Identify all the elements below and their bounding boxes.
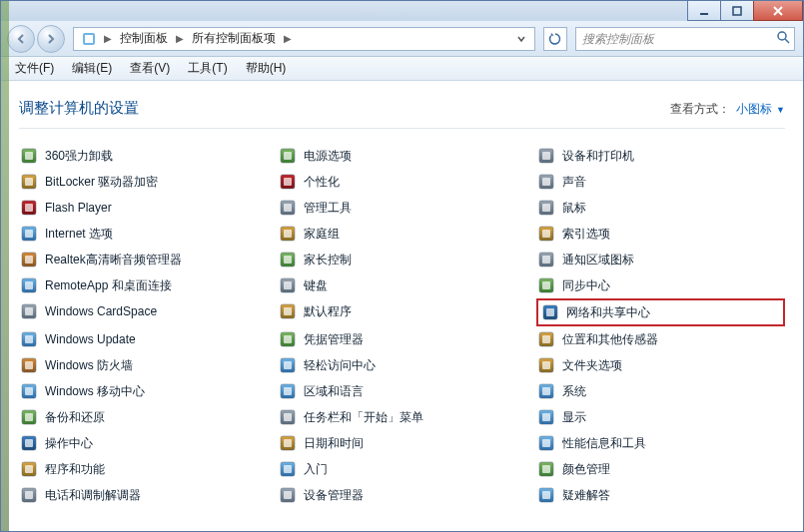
cpl-item-sync[interactable]: 同步中心 <box>536 272 785 298</box>
cpl-item-homegroup[interactable]: 家庭组 <box>278 221 526 247</box>
admin-icon <box>280 200 296 216</box>
breadcrumb-seg-all-items[interactable]: 所有控制面板项 <box>188 30 280 47</box>
cpl-item-label: 凭据管理器 <box>304 331 364 348</box>
breadcrumb-root[interactable] <box>78 32 100 46</box>
cpl-item-perf[interactable]: 性能信息和工具 <box>536 430 785 456</box>
svg-rect-87 <box>284 491 292 499</box>
cpl-item-remote[interactable]: RemoteApp 和桌面连接 <box>19 272 268 298</box>
cpl-item-power[interactable]: 电源选项 <box>278 143 526 169</box>
cpl-item-parental[interactable]: 家长控制 <box>278 247 526 272</box>
cpl-item-programs[interactable]: 程序和功能 <box>19 456 268 482</box>
cpl-item-taskbar[interactable]: 任务栏和「开始」菜单 <box>278 404 526 430</box>
cpl-item-label: 键盘 <box>304 277 328 294</box>
control-panel-window: ▶ 控制面板 ▶ 所有控制面板项 ▶ 文件(F) 编辑(E) 查看(V) 工具(… <box>0 0 804 532</box>
svg-rect-85 <box>25 491 33 499</box>
view-by-dropdown[interactable]: 小图标 ▼ <box>736 101 785 118</box>
maximize-icon <box>732 6 742 16</box>
cpl-item-firewall[interactable]: Windows 防火墙 <box>19 352 268 378</box>
search-input[interactable] <box>580 31 776 47</box>
cpl-item-cred[interactable]: 凭据管理器 <box>278 326 526 352</box>
cpl-item-flag[interactable]: 操作中心 <box>19 430 268 456</box>
header-row: 调整计算机的设置 查看方式： 小图标 ▼ <box>19 99 785 129</box>
menu-help[interactable]: 帮助(H) <box>238 57 295 80</box>
parental-icon <box>280 252 296 267</box>
cpl-item-devmgr[interactable]: 设备管理器 <box>278 482 526 508</box>
cpl-item-personal[interactable]: 个性化 <box>278 169 526 195</box>
cpl-item-label: 电源选项 <box>304 148 352 165</box>
cpl-item-index[interactable]: 索引选项 <box>536 221 785 247</box>
cpl-item-mouse[interactable]: 鼠标 <box>536 195 785 221</box>
menu-edit[interactable]: 编辑(E) <box>64 57 120 80</box>
titlebar <box>1 1 803 21</box>
cpl-item-mobility[interactable]: Windows 移动中心 <box>19 378 268 404</box>
search-icon[interactable] <box>776 30 790 47</box>
cpl-item-label: 显示 <box>562 409 586 426</box>
svg-rect-25 <box>25 230 33 238</box>
cpl-item-clock[interactable]: 日期和时间 <box>278 430 526 456</box>
mouse-icon <box>538 200 554 216</box>
chevron-down-icon: ▼ <box>776 105 785 115</box>
cpl-item-getting[interactable]: 入门 <box>278 456 526 482</box>
cpl-item-label: 通知区域图标 <box>562 252 634 268</box>
cpl-item-flash[interactable]: Flash Player <box>19 195 268 221</box>
cpl-item-network[interactable]: 网络和共享中心 <box>536 298 785 326</box>
cpl-item-region[interactable]: 区域和语言 <box>278 378 526 404</box>
maximize-button[interactable] <box>720 1 754 21</box>
flash-icon <box>21 200 37 216</box>
cpl-item-label: 设备和打印机 <box>562 148 634 165</box>
color-icon <box>538 461 554 477</box>
cpl-item-uninstall[interactable]: 360强力卸载 <box>19 143 268 169</box>
cpl-item-card[interactable]: Windows CardSpace <box>19 298 268 324</box>
cred-icon <box>280 331 296 347</box>
cpl-item-default[interactable]: 默认程序 <box>278 298 526 324</box>
back-arrow-icon <box>15 33 27 45</box>
svg-rect-83 <box>542 465 550 473</box>
cpl-item-label: 管理工具 <box>304 200 352 217</box>
forward-button[interactable] <box>37 25 65 53</box>
cpl-item-display[interactable]: 显示 <box>536 404 785 430</box>
cpl-item-label: 程序和功能 <box>45 461 105 478</box>
refresh-button[interactable] <box>543 27 567 51</box>
cpl-item-audio[interactable]: Realtek高清晰音频管理器 <box>19 247 268 272</box>
cpl-item-phone[interactable]: 电话和调制解调器 <box>19 482 268 508</box>
search-box[interactable] <box>575 27 795 51</box>
close-button[interactable] <box>753 1 803 21</box>
minimize-button[interactable] <box>687 1 721 21</box>
audio-icon <box>21 252 37 267</box>
cpl-item-printer[interactable]: 设备和打印机 <box>536 143 785 169</box>
svg-rect-13 <box>25 178 33 186</box>
cpl-item-admin[interactable]: 管理工具 <box>278 195 526 221</box>
menu-file[interactable]: 文件(F) <box>7 57 62 80</box>
cpl-item-folder[interactable]: 文件夹选项 <box>536 352 785 378</box>
svg-rect-29 <box>542 230 550 238</box>
svg-rect-47 <box>546 308 554 316</box>
menu-view[interactable]: 查看(V) <box>122 57 178 80</box>
breadcrumb-seg-control-panel[interactable]: 控制面板 <box>116 30 172 47</box>
view-by-selector: 查看方式： 小图标 ▼ <box>670 101 785 118</box>
svg-rect-21 <box>284 204 292 212</box>
sound-icon <box>538 174 554 190</box>
cpl-item-ease[interactable]: 轻松访问中心 <box>278 352 526 378</box>
cpl-item-update[interactable]: Windows Update <box>19 326 268 352</box>
cpl-item-color[interactable]: 颜色管理 <box>536 456 785 482</box>
cpl-item-system[interactable]: 系统 <box>536 378 785 404</box>
programs-icon <box>21 461 37 477</box>
breadcrumb-bar[interactable]: ▶ 控制面板 ▶ 所有控制面板项 ▶ <box>73 27 535 51</box>
svg-rect-23 <box>542 204 550 212</box>
location-icon <box>538 331 554 347</box>
svg-line-5 <box>785 39 789 43</box>
svg-rect-3 <box>85 35 93 43</box>
trouble-icon <box>538 487 554 503</box>
cpl-item-tray[interactable]: 通知区域图标 <box>536 247 785 272</box>
back-button[interactable] <box>7 25 35 53</box>
cpl-item-sound[interactable]: 声音 <box>536 169 785 195</box>
cpl-item-globe[interactable]: Internet 选项 <box>19 221 268 247</box>
cpl-item-lock[interactable]: BitLocker 驱动器加密 <box>19 169 268 195</box>
cpl-item-trouble[interactable]: 疑难解答 <box>536 482 785 508</box>
cpl-item-keyboard[interactable]: 键盘 <box>278 272 526 298</box>
cpl-item-backup[interactable]: 备份和还原 <box>19 404 268 430</box>
menu-tools[interactable]: 工具(T) <box>180 57 235 80</box>
breadcrumb-dropdown[interactable] <box>512 28 530 50</box>
cpl-item-location[interactable]: 位置和其他传感器 <box>536 326 785 352</box>
cpl-item-label: 文件夹选项 <box>562 357 622 374</box>
